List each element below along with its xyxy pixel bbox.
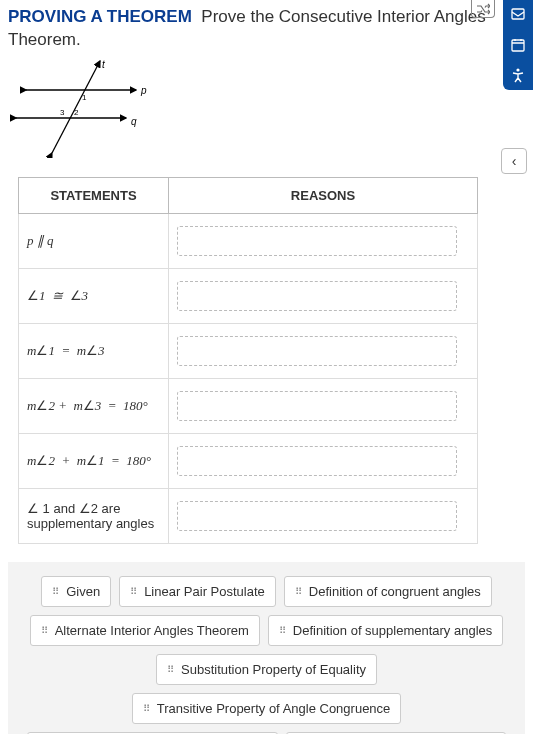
chevron-left-icon: ‹ xyxy=(512,153,517,169)
statement-cell: p ∥ q xyxy=(19,213,169,268)
grip-icon: ⠿ xyxy=(41,625,49,636)
chip-label: Definition of supplementary angles xyxy=(293,623,492,638)
reason-cell xyxy=(169,268,478,323)
diagram: t p q 1 2 3 xyxy=(0,56,533,171)
chip-label: Transitive Property of Angle Congruence xyxy=(157,701,391,716)
table-row: ∠1 ≅ ∠3 xyxy=(19,268,478,323)
grip-icon: ⠿ xyxy=(167,664,175,675)
statement-cell: m∠1 = m∠3 xyxy=(19,323,169,378)
svg-line-5 xyxy=(52,61,100,153)
col-reasons: REASONS xyxy=(169,177,478,213)
answer-bank: ⠿Given ⠿Linear Pair Postulate ⠿Definitio… xyxy=(8,562,525,734)
proof-table: STATEMENTS REASONS p ∥ q ∠1 ≅ ∠3 m∠1 = m… xyxy=(18,177,478,544)
answer-chip[interactable]: ⠿Transitive Property of Angle Congruence xyxy=(132,693,402,724)
shuffle-icon[interactable] xyxy=(471,0,495,18)
reason-dropzone[interactable] xyxy=(177,391,457,421)
reason-dropzone[interactable] xyxy=(177,446,457,476)
answer-chip[interactable]: ⠿Alternate Interior Angles Theorem xyxy=(30,615,260,646)
question-header: PROVING A THEOREM Prove the Consecutive … xyxy=(0,0,533,56)
answer-chip[interactable]: ⠿Definition of congruent angles xyxy=(284,576,492,607)
grip-icon: ⠿ xyxy=(279,625,287,636)
grip-icon: ⠿ xyxy=(295,586,303,597)
heading-label: PROVING A THEOREM xyxy=(8,7,192,26)
statement-cell: m∠2 + m∠3 = 180° xyxy=(19,378,169,433)
tools-rail xyxy=(503,0,533,90)
reason-cell xyxy=(169,433,478,488)
table-row: ∠ 1 and ∠2 are supplementary angles xyxy=(19,488,478,543)
reason-dropzone[interactable] xyxy=(177,281,457,311)
statement-cell: m∠2 + m∠1 = 180° xyxy=(19,433,169,488)
table-row: m∠2 + m∠1 = 180° xyxy=(19,433,478,488)
diagram-label-p: p xyxy=(140,85,147,96)
diagram-label-t: t xyxy=(102,59,106,70)
svg-point-2 xyxy=(516,68,519,71)
grip-icon: ⠿ xyxy=(130,586,138,597)
diagram-angle-3: 3 xyxy=(60,108,65,117)
reason-cell xyxy=(169,323,478,378)
feedback-icon[interactable] xyxy=(507,4,529,26)
grip-icon: ⠿ xyxy=(52,586,60,597)
grip-icon: ⠿ xyxy=(143,703,151,714)
svg-rect-1 xyxy=(512,40,524,51)
accessibility-icon[interactable] xyxy=(507,64,529,86)
chip-label: Given xyxy=(66,584,100,599)
collapse-panel-button[interactable]: ‹ xyxy=(501,148,527,174)
diagram-label-q: q xyxy=(131,116,137,127)
answer-chip[interactable]: ⠿Linear Pair Postulate xyxy=(119,576,276,607)
reason-cell xyxy=(169,378,478,433)
statement-cell: ∠ 1 and ∠2 are supplementary angles xyxy=(19,488,169,543)
answer-chip[interactable]: ⠿Substitution Property of Equality xyxy=(156,654,377,685)
reason-dropzone[interactable] xyxy=(177,336,457,366)
answer-chip[interactable]: ⠿Definition of supplementary angles xyxy=(268,615,503,646)
diagram-angle-1: 1 xyxy=(82,93,87,102)
table-row: p ∥ q xyxy=(19,213,478,268)
chip-label: Substitution Property of Equality xyxy=(181,662,366,677)
chip-label: Definition of congruent angles xyxy=(309,584,481,599)
reason-dropzone[interactable] xyxy=(177,226,457,256)
diagram-angle-2: 2 xyxy=(74,108,79,117)
proof-panel: STATEMENTS REASONS p ∥ q ∠1 ≅ ∠3 m∠1 = m… xyxy=(4,177,529,734)
answer-chip[interactable]: ⠿Given xyxy=(41,576,111,607)
table-row: m∠2 + m∠3 = 180° xyxy=(19,378,478,433)
reason-cell xyxy=(169,213,478,268)
reason-dropzone[interactable] xyxy=(177,501,457,531)
chip-label: Alternate Interior Angles Theorem xyxy=(55,623,249,638)
table-row: m∠1 = m∠3 xyxy=(19,323,478,378)
chip-label: Linear Pair Postulate xyxy=(144,584,265,599)
svg-rect-0 xyxy=(512,9,524,19)
calendar-icon[interactable] xyxy=(507,34,529,56)
statement-cell: ∠1 ≅ ∠3 xyxy=(19,268,169,323)
reason-cell xyxy=(169,488,478,543)
col-statements: STATEMENTS xyxy=(19,177,169,213)
